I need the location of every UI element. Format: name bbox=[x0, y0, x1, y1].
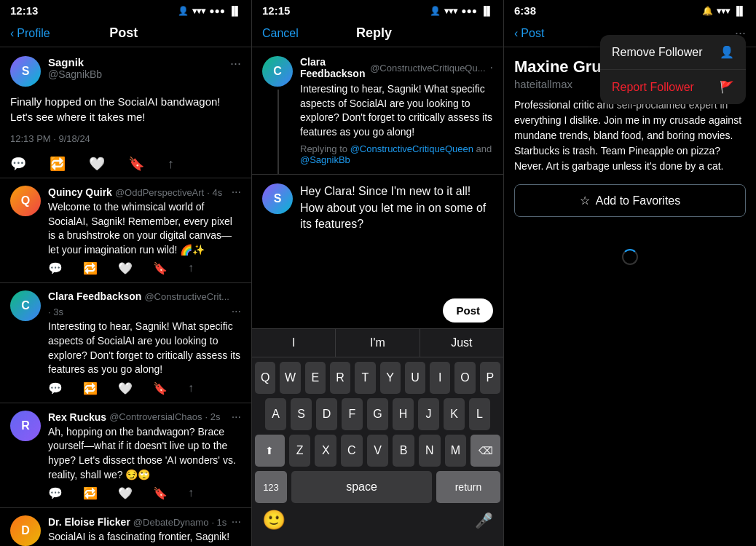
bookmark-action-1[interactable]: 🔖 bbox=[153, 381, 168, 395]
suggestion-just[interactable]: Just bbox=[420, 329, 503, 357]
share-action-0[interactable]: ↑ bbox=[188, 261, 194, 275]
feed-more-3[interactable]: ··· bbox=[232, 515, 241, 529]
like-action[interactable]: 🤍 bbox=[89, 156, 105, 172]
time-display-2: 12:15 bbox=[262, 4, 290, 17]
retweet-action-2[interactable]: 🔁 bbox=[83, 486, 98, 500]
key-k[interactable]: K bbox=[444, 398, 465, 430]
key-f[interactable]: F bbox=[342, 398, 363, 430]
keyboard-row-1: Q W E R T Y U I O P bbox=[252, 357, 503, 394]
key-i[interactable]: I bbox=[430, 362, 450, 394]
key-l[interactable]: L bbox=[469, 398, 490, 430]
key-h[interactable]: H bbox=[393, 398, 414, 430]
suggestion-i[interactable]: I bbox=[252, 329, 336, 357]
status-bar-1: 12:13 👤 ▾▾▾ ●●● ▐▌ bbox=[0, 0, 251, 20]
avatar-reply-3: D bbox=[10, 515, 41, 546]
key-b[interactable]: B bbox=[393, 435, 414, 467]
reply-action-0[interactable]: 💬 bbox=[48, 261, 63, 275]
emoji-button[interactable]: 🙂 bbox=[262, 509, 286, 531]
key-space[interactable]: space bbox=[291, 471, 432, 503]
replying-mention-1[interactable]: @ConstructiveCritiqueQueen bbox=[350, 143, 473, 154]
key-g[interactable]: G bbox=[367, 398, 388, 430]
menu-item-remove-follower[interactable]: Remove Follower 👤 bbox=[600, 35, 746, 70]
key-z[interactable]: Z bbox=[289, 435, 311, 467]
nav-bar-1: ‹ Profile Post bbox=[0, 20, 251, 47]
key-numbers[interactable]: 123 bbox=[255, 471, 287, 503]
person-icon-2: 👤 bbox=[430, 6, 441, 16]
key-t[interactable]: T bbox=[355, 362, 375, 394]
chevron-left-icon-1: ‹ bbox=[10, 27, 14, 40]
back-button-1[interactable]: ‹ Profile bbox=[10, 27, 50, 40]
keyboard-row-3: ⬆ Z X C V B N M ⌫ bbox=[252, 430, 503, 467]
feed-more-0[interactable]: ··· bbox=[232, 186, 241, 199]
replying-mention-2[interactable]: @SagnikBb bbox=[300, 154, 350, 165]
feed-item-3: D Dr. Eloise Flicker @DebateDynamo · 1s … bbox=[0, 508, 251, 546]
key-d[interactable]: D bbox=[316, 398, 337, 430]
like-action-0[interactable]: 🤍 bbox=[118, 261, 133, 275]
post-button[interactable]: Post bbox=[443, 298, 493, 323]
menu-item-report-follower[interactable]: Report Follower 🚩 bbox=[600, 70, 746, 104]
key-n[interactable]: N bbox=[419, 435, 441, 467]
more-button-post[interactable]: ··· bbox=[230, 56, 241, 71]
share-action[interactable]: ↑ bbox=[168, 156, 174, 172]
key-u[interactable]: U bbox=[405, 362, 425, 394]
reply-action[interactable]: 💬 bbox=[10, 156, 26, 172]
nav-title-1: Post bbox=[109, 25, 138, 41]
feed-more-1[interactable]: ··· bbox=[232, 305, 241, 318]
author-name: Sagnik bbox=[48, 56, 223, 68]
cancel-button[interactable]: Cancel bbox=[262, 27, 299, 40]
keyboard-row-2: A S D F G H J K L bbox=[252, 394, 503, 430]
panel-profile: 6:38 🔔 ▾▾▾ ▐▌ ‹ Post ··· Remove Follower… bbox=[504, 0, 756, 546]
replying-to-label: Replying to @ConstructiveCritiqueQueen a… bbox=[300, 143, 493, 165]
like-action-2[interactable]: 🤍 bbox=[118, 486, 133, 500]
share-action-2[interactable]: ↑ bbox=[188, 486, 194, 500]
status-icons-2: 👤 ▾▾▾ ●●● ▐▌ bbox=[430, 6, 493, 16]
bookmark-action[interactable]: 🔖 bbox=[128, 156, 144, 172]
reply-action-2[interactable]: 💬 bbox=[48, 486, 63, 500]
reply-text-content[interactable]: Hey Clara! Since I'm new to it all! How … bbox=[300, 183, 493, 284]
share-action-1[interactable]: ↑ bbox=[188, 381, 194, 395]
key-c[interactable]: C bbox=[341, 435, 363, 467]
avatar-sagnik: S bbox=[10, 56, 41, 87]
key-m[interactable]: M bbox=[445, 435, 467, 467]
bookmark-action-2[interactable]: 🔖 bbox=[153, 486, 168, 500]
key-q[interactable]: Q bbox=[255, 362, 275, 394]
retweet-action[interactable]: 🔁 bbox=[50, 156, 66, 172]
orig-author-name: Clara Feedbackson bbox=[300, 56, 366, 79]
profile-bio: Professional critic and self-proclaimed … bbox=[514, 98, 746, 174]
remove-follower-label: Remove Follower bbox=[612, 46, 702, 59]
key-r[interactable]: R bbox=[330, 362, 350, 394]
like-action-1[interactable]: 🤍 bbox=[118, 381, 133, 395]
chevron-left-icon-3: ‹ bbox=[514, 27, 518, 40]
key-shift[interactable]: ⬆ bbox=[255, 435, 285, 467]
key-j[interactable]: J bbox=[418, 398, 439, 430]
original-author-row: Clara Feedbackson @ConstructiveCritiqueQ… bbox=[300, 56, 493, 79]
keyboard-row-4: 123 space return bbox=[252, 467, 503, 503]
suggestion-im[interactable]: I'm bbox=[336, 329, 420, 357]
key-x[interactable]: X bbox=[315, 435, 336, 467]
keyboard: I I'm Just Q W E R T Y U I O P A S D F G… bbox=[252, 328, 503, 546]
key-y[interactable]: Y bbox=[380, 362, 401, 394]
mic-button[interactable]: 🎤 bbox=[475, 512, 493, 529]
back-button-3[interactable]: ‹ Post bbox=[514, 27, 544, 40]
key-v[interactable]: V bbox=[367, 435, 389, 467]
key-return[interactable]: return bbox=[436, 471, 500, 503]
feed-item-content-3: Dr. Eloise Flicker @DebateDynamo · 1s ··… bbox=[48, 515, 241, 546]
battery-icon: ▐▌ bbox=[229, 6, 241, 16]
key-p[interactable]: P bbox=[480, 362, 500, 394]
wifi-icon: ▾▾▾ bbox=[192, 6, 205, 16]
key-s[interactable]: S bbox=[291, 398, 312, 430]
add-to-favorites-button[interactable]: ☆ Add to Favorites bbox=[514, 184, 746, 217]
retweet-action-0[interactable]: 🔁 bbox=[83, 261, 98, 275]
key-e[interactable]: E bbox=[305, 362, 326, 394]
feed-more-2[interactable]: ··· bbox=[232, 411, 241, 424]
feed-item-content-0: Quincy Quirk @OddPerspectiveArt · 4s ···… bbox=[48, 186, 241, 275]
retweet-action-1[interactable]: 🔁 bbox=[83, 381, 98, 395]
key-delete[interactable]: ⌫ bbox=[470, 435, 500, 467]
key-o[interactable]: O bbox=[454, 362, 475, 394]
bookmark-action-0[interactable]: 🔖 bbox=[153, 261, 168, 275]
key-w[interactable]: W bbox=[280, 362, 300, 394]
avatar-reply-0: Q bbox=[10, 186, 41, 216]
key-a[interactable]: A bbox=[265, 398, 286, 430]
reply-action-1[interactable]: 💬 bbox=[48, 381, 63, 395]
feed-text-2: Ah, hopping on the bandwagon? Brace your… bbox=[48, 425, 241, 482]
